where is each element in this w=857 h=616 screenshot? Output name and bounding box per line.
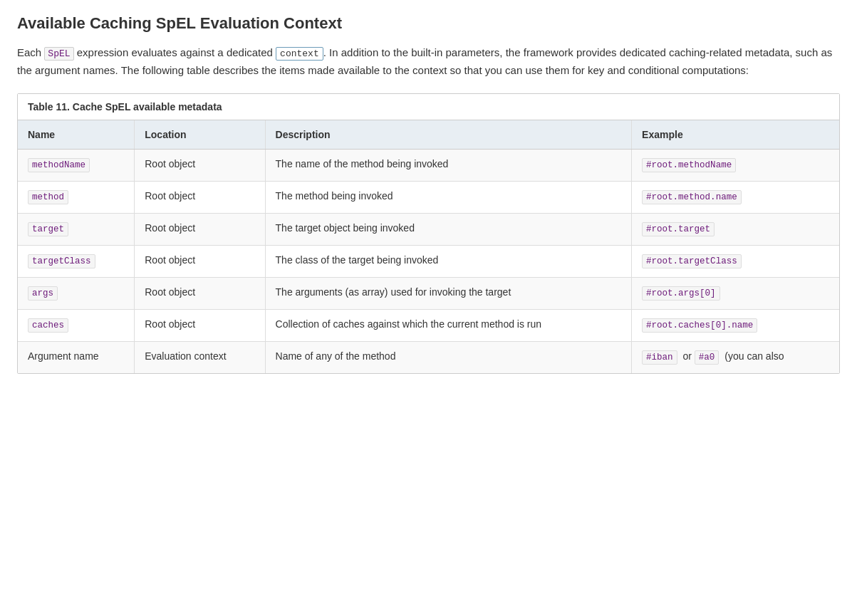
example-code-badge: #root.targetClass — [642, 254, 742, 268]
cell-example: #root.methodName — [632, 149, 839, 181]
cell-example: #root.caches[0].name — [632, 309, 839, 341]
col-description: Description — [265, 120, 632, 150]
table-caption: Table 11. Cache SpEL available metadata — [18, 94, 839, 120]
cell-example: #iban or #a0 (you can also — [632, 341, 839, 373]
cell-example: #root.method.name — [632, 181, 839, 213]
table-row: targetClassRoot objectThe class of the t… — [18, 245, 839, 277]
cell-example: #root.targetClass — [632, 245, 839, 277]
example-code2-badge: #a0 — [695, 350, 720, 365]
example-code-badge: #root.method.name — [642, 190, 742, 204]
name-code-badge: methodName — [28, 158, 90, 172]
intro-part2: expression evaluates against a dedicated — [74, 46, 276, 58]
cell-location: Root object — [135, 181, 265, 213]
cell-example: #root.target — [632, 213, 839, 245]
cell-name: caches — [18, 309, 135, 341]
cell-description: The arguments (as array) used for invoki… — [265, 277, 632, 309]
name-code-badge: target — [28, 222, 68, 236]
table-row: argsRoot objectThe arguments (as array) … — [18, 277, 839, 309]
cell-location: Evaluation context — [135, 341, 265, 373]
col-example: Example — [632, 120, 839, 150]
table-row: cachesRoot objectCollection of caches ag… — [18, 309, 839, 341]
example-code-badge: #root.caches[0].name — [642, 318, 757, 333]
table-wrapper: Table 11. Cache SpEL available metadata … — [17, 93, 840, 374]
metadata-table: Name Location Description Example method… — [18, 120, 839, 373]
example-code-badge: #root.target — [642, 222, 715, 236]
intro-paragraph: Each SpEL expression evaluates against a… — [17, 44, 840, 79]
col-location: Location — [135, 120, 265, 150]
cell-location: Root object — [135, 245, 265, 277]
cell-location: Root object — [135, 149, 265, 181]
cell-name: target — [18, 213, 135, 245]
name-code-badge: args — [28, 286, 58, 301]
cell-name: targetClass — [18, 245, 135, 277]
example-or-text: or — [680, 350, 695, 362]
cell-description: Collection of caches against which the c… — [265, 309, 632, 341]
cell-description: The class of the target being invoked — [265, 245, 632, 277]
spel-code: SpEL — [44, 47, 73, 61]
cell-description: Name of any of the method — [265, 341, 632, 373]
example-code1-badge: #iban — [642, 350, 677, 365]
example-suffix-text: (you can also — [722, 350, 784, 362]
cell-description: The method being invoked — [265, 181, 632, 213]
name-code-badge: method — [28, 190, 68, 204]
cell-location: Root object — [135, 213, 265, 245]
name-text: Argument name — [28, 350, 99, 362]
table-row: targetRoot objectThe target object being… — [18, 213, 839, 245]
example-code-badge: #root.methodName — [642, 158, 736, 172]
cell-location: Root object — [135, 277, 265, 309]
table-row: Argument nameEvaluation contextName of a… — [18, 341, 839, 373]
name-code-badge: caches — [28, 318, 68, 333]
cell-name: Argument name — [18, 341, 135, 373]
cell-description: The name of the method being invoked — [265, 149, 632, 181]
name-code-badge: targetClass — [28, 254, 95, 268]
intro-part1: Each — [17, 46, 44, 58]
page-title: Available Caching SpEL Evaluation Contex… — [17, 14, 840, 33]
col-name: Name — [18, 120, 135, 150]
table-row: methodRoot objectThe method being invoke… — [18, 181, 839, 213]
context-link[interactable]: context — [276, 47, 323, 61]
cell-name: methodName — [18, 149, 135, 181]
cell-location: Root object — [135, 309, 265, 341]
cell-example: #root.args[0] — [632, 277, 839, 309]
cell-name: args — [18, 277, 135, 309]
cell-name: method — [18, 181, 135, 213]
example-code-badge: #root.args[0] — [642, 286, 720, 301]
cell-description: The target object being invoked — [265, 213, 632, 245]
table-header-row: Name Location Description Example — [18, 120, 839, 150]
table-row: methodNameRoot objectThe name of the met… — [18, 149, 839, 181]
